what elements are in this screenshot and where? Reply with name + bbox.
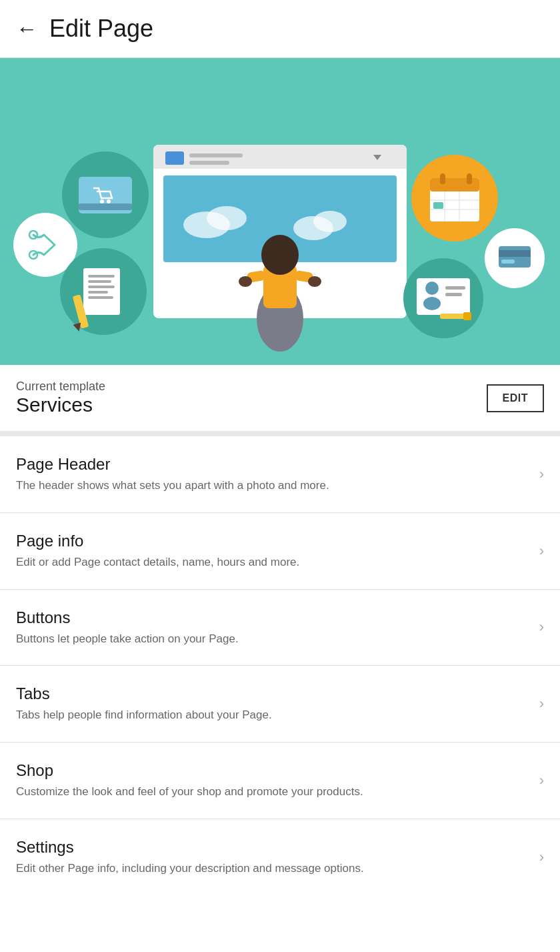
menu-item-text-page-info: Page info Edit or add Page contact detai… — [16, 532, 539, 570]
svg-rect-55 — [445, 286, 465, 290]
chevron-icon-page-header: › — [539, 466, 544, 483]
svg-point-23 — [100, 199, 104, 203]
menu-item-desc-tabs: Tabs help people find information about … — [16, 707, 529, 723]
menu-item-shop[interactable]: Shop Customize the look and feel of your… — [0, 743, 560, 819]
svg-rect-9 — [165, 151, 184, 165]
menu-item-title-shop: Shop — [16, 761, 529, 780]
svg-point-8 — [313, 211, 347, 232]
menu-item-desc-shop: Customize the look and feel of your shop… — [16, 784, 529, 800]
template-section: Current template Services EDIT — [0, 365, 560, 431]
template-edit-button[interactable]: EDIT — [487, 384, 544, 412]
svg-rect-49 — [499, 250, 531, 257]
menu-item-title-page-info: Page info — [16, 532, 529, 550]
svg-rect-30 — [88, 275, 115, 278]
menu-item-title-page-header: Page Header — [16, 455, 529, 474]
template-name: Services — [16, 394, 105, 416]
chevron-icon-tabs: › — [539, 695, 544, 712]
svg-point-19 — [308, 276, 321, 287]
svg-rect-34 — [88, 296, 113, 299]
svg-rect-41 — [467, 173, 472, 184]
svg-rect-40 — [440, 173, 445, 184]
menu-item-desc-settings: Edit other Page info, including your des… — [16, 861, 529, 877]
chevron-icon-settings: › — [539, 849, 544, 866]
svg-rect-32 — [88, 286, 115, 288]
svg-rect-46 — [433, 202, 443, 209]
svg-rect-58 — [463, 312, 471, 320]
top-bar: ← Edit Page — [0, 0, 560, 58]
menu-item-desc-page-header: The header shows what sets you apart wit… — [16, 478, 529, 494]
svg-point-18 — [239, 276, 252, 287]
svg-point-24 — [107, 199, 111, 203]
chevron-icon-shop: › — [539, 772, 544, 789]
chevron-icon-page-info: › — [539, 542, 544, 560]
hero-illustration — [0, 58, 560, 365]
menu-item-title-settings: Settings — [16, 838, 529, 857]
svg-point-6 — [207, 206, 247, 230]
menu-item-tabs[interactable]: Tabs Tabs help people find information a… — [0, 666, 560, 743]
menu-item-text-buttons: Buttons Buttons let people take action o… — [16, 608, 539, 647]
back-button[interactable]: ← — [16, 18, 37, 39]
svg-rect-52 — [417, 278, 470, 315]
svg-rect-22 — [79, 203, 132, 210]
menu-item-text-settings: Settings Edit other Page info, including… — [16, 838, 539, 877]
svg-rect-56 — [445, 293, 462, 296]
menu-list: Page Header The header shows what sets y… — [0, 436, 560, 895]
template-label: Current template — [16, 380, 105, 394]
page-title: Edit Page — [49, 15, 153, 43]
svg-point-15 — [261, 235, 299, 275]
svg-point-54 — [423, 297, 441, 310]
template-info: Current template Services — [16, 380, 105, 416]
menu-item-page-info[interactable]: Page info Edit or add Page contact detai… — [0, 513, 560, 590]
svg-rect-33 — [88, 291, 108, 294]
menu-item-desc-buttons: Buttons let people take action on your P… — [16, 631, 529, 647]
menu-item-title-buttons: Buttons — [16, 608, 529, 627]
svg-point-53 — [425, 282, 439, 295]
menu-item-title-tabs: Tabs — [16, 684, 529, 703]
menu-item-desc-page-info: Edit or add Page contact details, name, … — [16, 554, 529, 570]
chevron-icon-buttons: › — [539, 618, 544, 636]
svg-rect-11 — [189, 161, 229, 165]
menu-item-text-page-header: Page Header The header shows what sets y… — [16, 455, 539, 494]
menu-item-page-header[interactable]: Page Header The header shows what sets y… — [0, 436, 560, 513]
svg-rect-50 — [501, 260, 515, 264]
menu-item-text-shop: Shop Customize the look and feel of your… — [16, 761, 539, 800]
menu-item-text-tabs: Tabs Tabs help people find information a… — [16, 684, 539, 723]
section-divider — [0, 431, 560, 436]
menu-item-buttons[interactable]: Buttons Buttons let people take action o… — [0, 590, 560, 666]
menu-item-settings[interactable]: Settings Edit other Page info, including… — [0, 819, 560, 895]
svg-rect-10 — [189, 153, 243, 157]
svg-rect-57 — [440, 314, 467, 319]
svg-rect-31 — [88, 280, 111, 283]
